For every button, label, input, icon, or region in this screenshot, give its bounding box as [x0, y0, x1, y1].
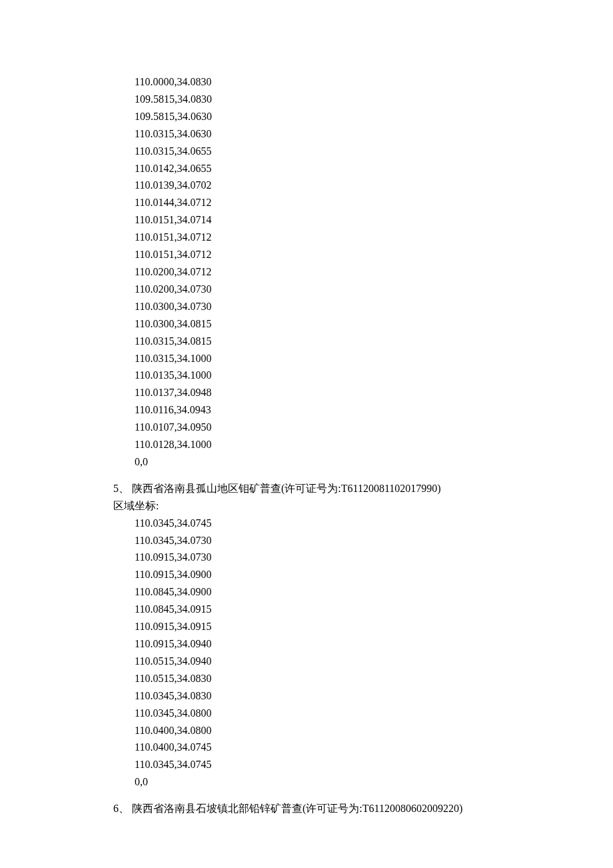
coord-line: 110.0400,34.0800: [135, 722, 500, 739]
coord-line: 110.0315,34.0630: [135, 125, 500, 143]
coord-line: 110.0300,34.0730: [135, 298, 500, 315]
section-5-heading: 5、 陕西省洛南县孤山地区钼矿普查(许可证号为:T611200811020179…: [113, 480, 500, 497]
coord-line: 110.0845,34.0915: [135, 601, 500, 618]
document-page: 110.0000,34.0830109.5815,34.0830109.5815…: [0, 0, 613, 868]
coord-line: 110.0515,34.0940: [135, 653, 500, 670]
coord-line: 110.0915,34.0900: [135, 566, 500, 583]
coord-line: 110.0151,34.0712: [135, 246, 500, 263]
coord-line: 110.0345,34.0830: [135, 687, 500, 705]
coord-line: 110.0144,34.0712: [135, 194, 500, 211]
coord-line: 0,0: [135, 453, 500, 471]
coord-line: 110.0315,34.0655: [135, 143, 500, 160]
coord-line: 110.0000,34.0830: [135, 73, 500, 91]
coord-line: 110.0151,34.0714: [135, 211, 500, 229]
coord-line: 110.0135,34.1000: [135, 367, 500, 384]
coord-line: 110.0315,34.1000: [135, 350, 500, 367]
coord-line: 110.0151,34.0712: [135, 229, 500, 246]
coord-line: 110.0345,34.0730: [135, 532, 500, 549]
coord-line: 110.0128,34.1000: [135, 436, 500, 453]
coord-line: 110.0139,34.0702: [135, 177, 500, 194]
coord-line: 110.0515,34.0830: [135, 670, 500, 687]
coord-line: 110.0142,34.0655: [135, 160, 500, 177]
coord-line: 110.0915,34.0940: [135, 635, 500, 653]
section-6-heading: 6、 陕西省洛南县石坡镇北部铅锌矿普查(许可证号为:T6112008060200…: [113, 800, 500, 817]
coord-line: 109.5815,34.0830: [135, 91, 500, 108]
coord-line: 110.0915,34.0915: [135, 618, 500, 635]
coord-line: 110.0107,34.0950: [135, 419, 500, 436]
coord-line: 110.0200,34.0712: [135, 263, 500, 281]
coord-line: 109.5815,34.0630: [135, 108, 500, 125]
section-5-area-label: 区域坐标:: [113, 497, 500, 515]
coord-list-section5: 110.0345,34.0745110.0345,34.0730110.0915…: [113, 515, 500, 791]
coord-line: 110.0845,34.0900: [135, 583, 500, 601]
coord-line: 110.0300,34.0815: [135, 315, 500, 333]
coord-line: 110.0400,34.0745: [135, 739, 500, 756]
coord-line: 110.0345,34.0800: [135, 705, 500, 722]
coord-line: 110.0345,34.0745: [135, 515, 500, 532]
coord-line: 110.0915,34.0730: [135, 549, 500, 566]
coord-list-block1: 110.0000,34.0830109.5815,34.0830109.5815…: [113, 73, 500, 471]
coord-line: 110.0200,34.0730: [135, 281, 500, 298]
coord-line: 110.0137,34.0948: [135, 384, 500, 401]
coord-line: 110.0116,34.0943: [135, 401, 500, 419]
coord-line: 110.0315,34.0815: [135, 333, 500, 350]
coord-line: 110.0345,34.0745: [135, 756, 500, 773]
coord-line: 0,0: [135, 773, 500, 791]
